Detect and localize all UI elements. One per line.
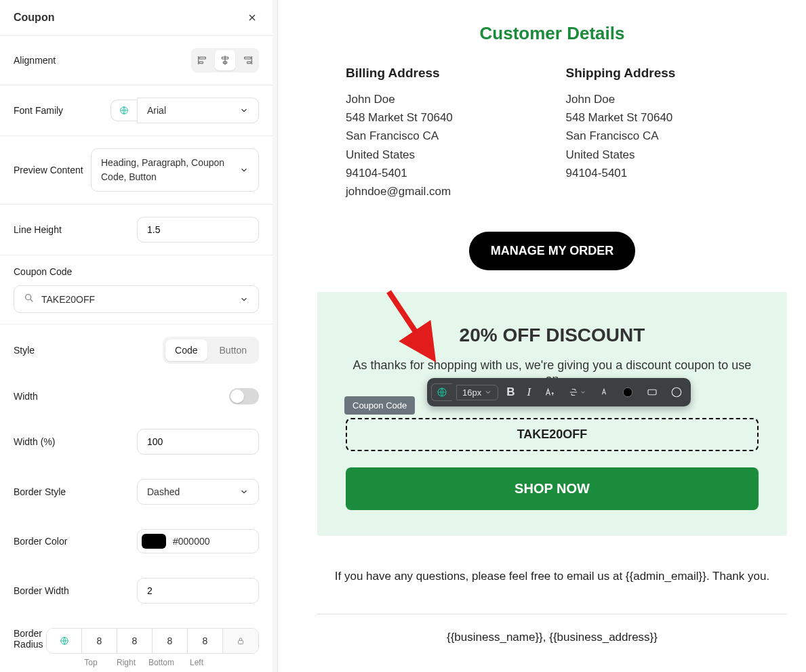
preview-content-label: Preview Content — [14, 165, 83, 175]
alignment-group — [191, 48, 259, 72]
font-family-row: Font Family Arial — [0, 85, 273, 136]
border-color-label: Border Color — [14, 536, 67, 547]
radius-bottom-input[interactable]: 8 — [153, 629, 188, 653]
footer-divider — [317, 614, 787, 614]
width-pct-row: Width (%) — [0, 417, 273, 467]
globe-icon[interactable] — [110, 100, 137, 121]
preview-content-select[interactable]: Heading, Paragraph, Coupon Code, Button — [91, 148, 259, 192]
discount-title: 20% OFF DISCOUNT — [346, 324, 759, 346]
coupon-code-section: Coupon Code TAKE20OFF — [0, 255, 273, 324]
align-right-button[interactable] — [237, 50, 257, 70]
preview-canvas: Customer Details Billing Address John Do… — [298, 0, 806, 672]
width-toggle-row: Width — [0, 376, 273, 417]
align-left-button[interactable] — [193, 50, 214, 70]
shipping-column: Shipping Address John Doe 548 Market St … — [566, 66, 759, 201]
coupon-code-box[interactable]: TAKE20OFF — [346, 418, 759, 451]
billing-column: Billing Address John Doe 548 Market St 7… — [346, 66, 539, 201]
border-radius-row: Border Radius 8 8 8 8 Top Right Bottom L… — [0, 616, 273, 672]
border-style-select[interactable]: Dashed — [137, 479, 259, 505]
panel-header: Coupon — [0, 0, 273, 36]
alignment-row: Alignment — [0, 36, 273, 85]
font-family-select[interactable]: Arial — [137, 98, 259, 123]
discount-section: 20% OFF DISCOUNT As thanks for shopping … — [317, 292, 787, 536]
section-title: Customer Details — [317, 23, 787, 44]
svg-rect-12 — [239, 640, 243, 644]
bg-color-swatch[interactable] — [666, 383, 687, 401]
coupon-tag-label: Coupon Code — [344, 396, 415, 415]
radius-left-input[interactable]: 8 — [188, 629, 223, 653]
color-swatch — [142, 534, 166, 549]
chevron-down-icon — [239, 165, 249, 175]
svg-point-15 — [623, 387, 632, 397]
chevron-down-icon — [239, 106, 249, 115]
style-segment: Code Button — [163, 337, 259, 364]
style-code-button[interactable]: Code — [165, 339, 207, 361]
style-row: Style Code Button — [0, 324, 273, 376]
line-height-label: Line Height — [14, 224, 62, 235]
radius-top-input[interactable]: 8 — [82, 629, 117, 653]
width-toggle[interactable] — [229, 388, 259, 404]
preview-content-row: Preview Content Heading, Paragraph, Coup… — [0, 136, 273, 205]
search-icon — [24, 293, 35, 306]
text-color-icon[interactable] — [595, 384, 613, 400]
border-style-row: Border Style Dashed — [0, 467, 273, 517]
border-color-row: Border Color #000000 — [0, 517, 273, 566]
format-toolbar: 16px B I — [427, 378, 691, 406]
lock-icon[interactable] — [223, 629, 258, 653]
svg-point-17 — [672, 387, 681, 397]
svg-point-10 — [26, 295, 31, 300]
font-size-select[interactable]: 16px — [456, 385, 498, 400]
italic-icon[interactable]: I — [523, 383, 535, 402]
border-radius-group: 8 8 8 8 — [46, 628, 259, 654]
footer-business: {{business_name}}, {{business_address}} — [317, 631, 787, 644]
svg-rect-0 — [199, 57, 205, 59]
bold-icon[interactable]: B — [502, 383, 519, 402]
line-height-row: Line Height — [0, 205, 273, 255]
border-width-row: Border Width — [0, 566, 273, 616]
case-icon[interactable] — [539, 383, 559, 401]
border-radius-label: Border Radius — [14, 628, 46, 650]
strikethrough-icon[interactable] — [563, 383, 590, 401]
font-family-label: Font Family — [14, 105, 63, 116]
coupon-wrap: Coupon Code TAKE20OFF — [346, 418, 759, 451]
coupon-code-label: Coupon Code — [14, 266, 259, 277]
width-label: Width — [14, 391, 38, 402]
globe-icon[interactable] — [47, 629, 82, 653]
shop-now-button[interactable]: SHOP NOW — [346, 467, 759, 510]
svg-rect-16 — [648, 390, 656, 395]
width-pct-input[interactable] — [137, 429, 259, 455]
close-icon[interactable] — [245, 11, 259, 24]
align-center-button[interactable] — [215, 50, 235, 70]
width-pct-label: Width (%) — [14, 436, 55, 447]
text-color-swatch[interactable] — [618, 383, 638, 401]
border-color-input[interactable]: #000000 — [137, 529, 259, 553]
shipping-heading: Shipping Address — [566, 66, 759, 81]
footer-text: If you have any questions, please feel f… — [317, 567, 787, 585]
svg-rect-6 — [245, 57, 251, 59]
panel-title: Coupon — [14, 12, 54, 24]
border-style-label: Border Style — [14, 486, 66, 497]
radius-right-input[interactable]: 8 — [117, 629, 153, 653]
chevron-down-icon — [239, 295, 249, 304]
border-width-input[interactable] — [137, 578, 259, 604]
bg-color-icon[interactable] — [642, 383, 662, 401]
manage-order-button[interactable]: MANAGE MY ORDER — [469, 232, 636, 270]
border-width-label: Border Width — [14, 585, 69, 596]
chevron-down-icon — [239, 487, 249, 497]
alignment-label: Alignment — [14, 55, 56, 66]
globe-icon[interactable] — [431, 383, 452, 401]
settings-sidebar: Coupon Alignment Font Family Arial — [0, 0, 278, 672]
line-height-input[interactable] — [137, 217, 259, 243]
billing-heading: Billing Address — [346, 66, 539, 81]
svg-rect-1 — [199, 62, 203, 64]
style-label: Style — [14, 345, 35, 356]
svg-rect-7 — [247, 62, 251, 64]
coupon-code-select[interactable]: TAKE20OFF — [14, 285, 259, 313]
style-button-button[interactable]: Button — [210, 339, 256, 361]
address-columns: Billing Address John Doe 548 Market St 7… — [317, 66, 787, 201]
